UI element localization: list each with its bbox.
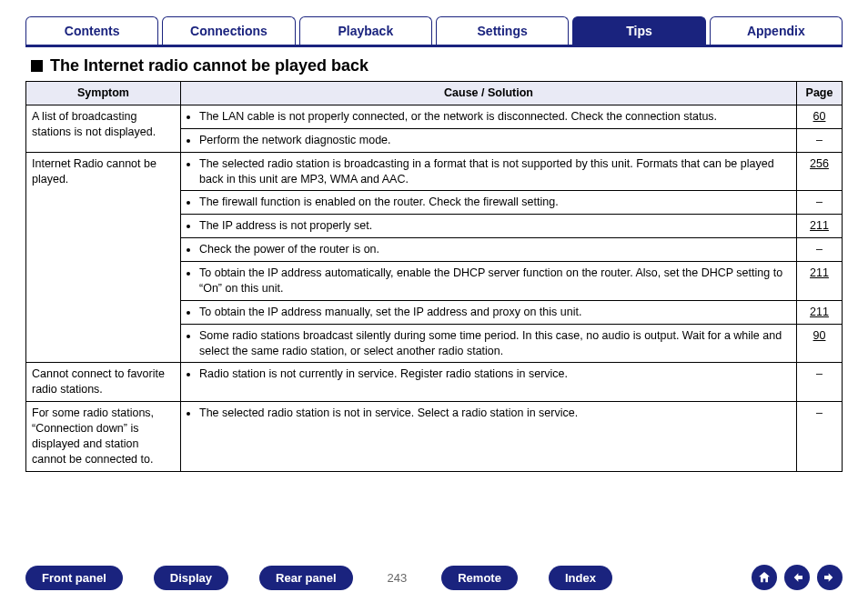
table-row: Cannot connect to favorite radio station… xyxy=(26,363,843,402)
next-page-button[interactable] xyxy=(817,565,843,590)
page-cell[interactable]: 256 xyxy=(797,152,843,191)
symptom-cell: Internet Radio cannot be played. xyxy=(26,152,181,363)
arrow-left-icon xyxy=(790,570,804,585)
col-page: Page xyxy=(797,82,843,105)
tab-playback[interactable]: Playback xyxy=(299,16,432,45)
page-cell: – xyxy=(797,363,843,402)
cause-cell: The LAN cable is not properly connected,… xyxy=(181,105,797,128)
page-link[interactable]: 256 xyxy=(810,157,829,170)
front-panel-button[interactable]: Front panel xyxy=(25,566,123,590)
page-link[interactable]: 211 xyxy=(810,266,829,279)
page-link[interactable]: 211 xyxy=(810,219,829,232)
page-cell[interactable]: 211 xyxy=(797,262,843,301)
square-bullet-icon xyxy=(31,60,43,72)
top-nav: ContentsConnectionsPlaybackSettingsTipsA… xyxy=(25,16,843,47)
page-link[interactable]: 211 xyxy=(810,306,829,318)
home-button[interactable] xyxy=(752,565,777,590)
page-cell[interactable]: 90 xyxy=(797,324,843,363)
col-symptom: Symptom xyxy=(26,82,181,105)
page-cell: – xyxy=(797,402,843,472)
tab-tips[interactable]: Tips xyxy=(572,16,705,45)
heading-text: The Internet radio cannot be played back xyxy=(50,56,368,75)
home-icon xyxy=(757,570,772,585)
page-cell[interactable]: 60 xyxy=(797,105,843,128)
tab-connections[interactable]: Connections xyxy=(162,16,295,45)
symptom-cell: Cannot connect to favorite radio station… xyxy=(26,363,181,402)
footer-left: Front panel Display Rear panel 243 Remot… xyxy=(25,566,612,590)
arrow-right-icon xyxy=(823,570,837,585)
cause-cell: Radio station is not currently in servic… xyxy=(181,363,797,402)
page-number: 243 xyxy=(384,571,411,585)
page-cell[interactable]: 211 xyxy=(797,215,843,238)
cause-cell: Check the power of the router is on. xyxy=(181,238,797,262)
index-button[interactable]: Index xyxy=(549,566,612,590)
symptom-cell: For some radio stations, “Connection dow… xyxy=(26,402,181,472)
cause-cell: The selected radio station is broadcasti… xyxy=(181,152,797,191)
page-link[interactable]: 90 xyxy=(813,329,826,342)
cause-cell: To obtain the IP address manually, set t… xyxy=(181,300,797,324)
cause-cell: Some radio stations broadcast silently d… xyxy=(181,324,797,363)
page-cell: – xyxy=(797,191,843,215)
display-button[interactable]: Display xyxy=(154,566,228,590)
tab-settings[interactable]: Settings xyxy=(436,16,569,45)
footer-right xyxy=(752,565,843,590)
cause-cell: The IP address is not properly set. xyxy=(181,215,797,238)
page-cell: – xyxy=(797,238,843,262)
cause-cell: Perform the network diagnostic mode. xyxy=(181,128,797,152)
remote-button[interactable]: Remote xyxy=(441,566,518,590)
tab-contents[interactable]: Contents xyxy=(25,16,158,45)
page-cell: – xyxy=(797,128,843,152)
prev-page-button[interactable] xyxy=(784,565,810,590)
table-row: Internet Radio cannot be played.The sele… xyxy=(26,152,843,191)
symptom-cell: A list of broadcasting stations is not d… xyxy=(26,105,181,152)
table-row: A list of broadcasting stations is not d… xyxy=(26,105,843,128)
troubleshooting-table: Symptom Cause / Solution Page A list of … xyxy=(25,81,843,472)
rear-panel-button[interactable]: Rear panel xyxy=(259,566,352,590)
footer: Front panel Display Rear panel 243 Remot… xyxy=(25,565,843,590)
page-link[interactable]: 60 xyxy=(813,110,826,123)
page-cell[interactable]: 211 xyxy=(797,300,843,324)
cause-cell: To obtain the IP address automatically, … xyxy=(181,262,797,301)
table-row: For some radio stations, “Connection dow… xyxy=(26,402,843,472)
cause-cell: The selected radio station is not in ser… xyxy=(181,402,797,472)
section-heading: The Internet radio cannot be played back xyxy=(31,56,843,75)
cause-cell: The firewall function is enabled on the … xyxy=(181,191,797,215)
col-cause: Cause / Solution xyxy=(181,82,797,105)
tab-appendix[interactable]: Appendix xyxy=(710,16,843,45)
